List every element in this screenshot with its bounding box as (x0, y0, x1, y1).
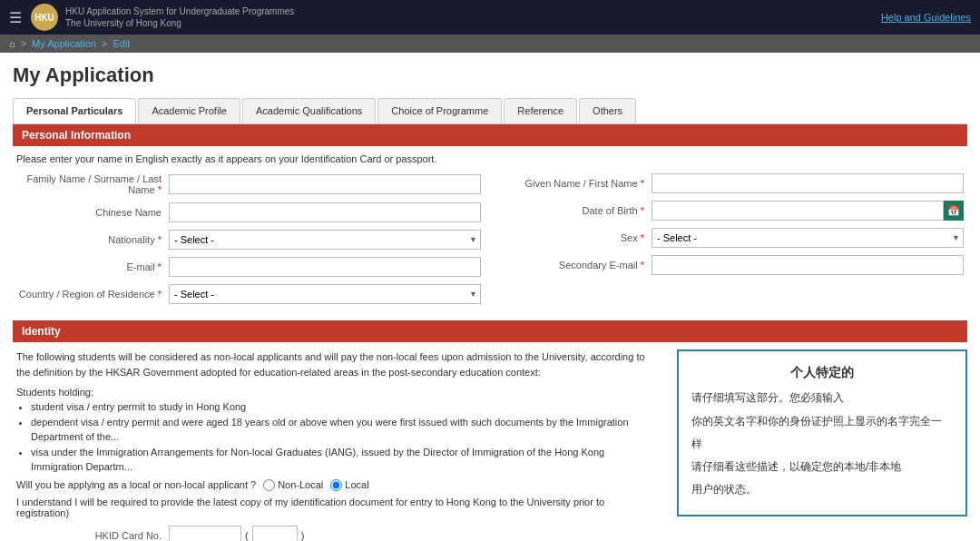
email-row: E-mail * (16, 257, 481, 277)
dob-input[interactable] (652, 201, 944, 221)
chinese-name-input[interactable] (169, 202, 481, 222)
hkid-label: HKID Card No. (16, 530, 162, 541)
nationality-select-wrap: - Select - ▼ (169, 230, 481, 250)
country-row: Country / Region of Residence * - Select… (16, 284, 481, 304)
personal-info-header: Personal Information (13, 124, 967, 146)
hkid-input-wrap: ( ) (169, 526, 304, 541)
email-input[interactable] (169, 257, 481, 277)
hkid-row: HKID Card No. ( ) (16, 526, 659, 541)
tooltip-title: 个人特定的 (691, 362, 953, 382)
personal-form-grid: Family Name / Surname / Last Name * Chin… (13, 173, 967, 311)
tab-personal-particulars[interactable]: Personal Particulars (13, 98, 136, 123)
breadcrumb: ⌂ > My Application > Edit (0, 34, 980, 53)
identity-right: 个人特定的 请仔细填写这部分。您必须输入 你的英文名字和你的身份证护照上显示的名… (677, 349, 967, 541)
family-name-label: Family Name / Surname / Last Name * (16, 173, 162, 195)
dob-wrap: 📅 (652, 201, 964, 221)
secondary-email-input[interactable] (652, 255, 964, 275)
breadcrumb-my-application[interactable]: My Application (32, 38, 96, 49)
tooltip-line3: 样 (691, 436, 953, 453)
breadcrumb-edit[interactable]: Edit (113, 38, 130, 49)
form-note: Please enter your name in English exactl… (13, 153, 967, 164)
help-guidelines-link[interactable]: Help and Guidelines (881, 12, 971, 23)
calendar-button[interactable]: 📅 (944, 201, 964, 221)
tooltip-line1: 请仔细填写这部分。您必须输入 (691, 389, 953, 407)
tab-reference[interactable]: Reference (504, 98, 577, 123)
tab-academic-profile[interactable]: Academic Profile (138, 98, 240, 123)
nationality-label: Nationality * (16, 234, 162, 245)
applicant-question: Will you be applying as a local or non-l… (16, 479, 256, 490)
dob-label: Date of Birth * (499, 205, 644, 216)
non-local-option[interactable]: Non-Local (263, 479, 323, 491)
nationality-row: Nationality * - Select - ▼ (16, 230, 481, 250)
tab-choice-of-programme[interactable]: Choice of Programme (377, 98, 502, 123)
top-bar: ☰ HKU HKU Application System for Undergr… (0, 0, 980, 34)
student-bullet-2: dependent visa / entry permit and were a… (31, 416, 659, 444)
tabs-bar: Personal Particulars Academic Profile Ac… (13, 98, 967, 124)
breadcrumb-home-icon[interactable]: ⌂ (9, 38, 15, 49)
identity-left: The following students will be considere… (13, 349, 662, 541)
page-title: My Application (13, 64, 967, 87)
identity-header: Identity (13, 320, 967, 342)
tooltip-line5: 用户的状态。 (691, 481, 953, 498)
student-bullet-1: student visa / entry permit to study in … (31, 400, 659, 414)
hku-logo: HKU (31, 4, 58, 31)
identity-layout: The following students will be considere… (13, 349, 967, 541)
secondary-email-row: Secondary E-mail * (499, 255, 964, 275)
country-label: Country / Region of Residence * (16, 289, 162, 300)
nationality-select[interactable]: - Select - (169, 230, 481, 250)
app-title: HKU Application System for Undergraduate… (65, 5, 294, 29)
student-bullet-3: visa under the Immigration Arrangements … (31, 446, 659, 474)
students-holding: Students holding: student visa / entry p… (13, 387, 662, 474)
hkid-main-input[interactable] (169, 526, 241, 541)
local-radio[interactable] (330, 479, 342, 491)
secondary-email-label: Secondary E-mail * (499, 260, 644, 270)
tab-academic-qualifications[interactable]: Academic Qualifications (242, 98, 376, 123)
local-option[interactable]: Local (330, 479, 368, 491)
dob-row: Date of Birth * 📅 (499, 201, 964, 221)
tooltip-line2: 你的英文名字和你的身份证护照上显示的名字完全一 (691, 413, 953, 430)
tab-others[interactable]: Others (579, 98, 636, 123)
id-section: HKID Card No. ( ) China Identity Card No… (13, 526, 662, 541)
menu-icon[interactable]: ☰ (9, 9, 22, 26)
chinese-name-label: Chinese Name (16, 207, 162, 218)
page-content: My Application Personal Particulars Acad… (0, 53, 980, 541)
understand-text: I understand I will be required to provi… (13, 497, 662, 518)
hkid-check-input[interactable] (252, 526, 298, 541)
identity-description: The following students will be considere… (13, 349, 662, 379)
chinese-name-row: Chinese Name (16, 202, 481, 222)
country-select[interactable]: - Select - (169, 284, 481, 304)
applicant-type-row: Will you be applying as a local or non-l… (13, 479, 662, 491)
sex-select-wrap: - Select - ▼ (652, 228, 964, 248)
sex-label: Sex * (499, 232, 644, 243)
country-select-wrap: - Select - ▼ (169, 284, 481, 304)
email-label: E-mail * (16, 261, 162, 272)
sex-select[interactable]: - Select - (652, 228, 964, 248)
given-name-input[interactable] (652, 173, 964, 193)
given-name-row: Given Name / First Name * (499, 173, 964, 193)
family-name-input[interactable] (169, 174, 481, 194)
sex-row: Sex * - Select - ▼ (499, 228, 964, 248)
family-name-row: Family Name / Surname / Last Name * (16, 173, 481, 195)
given-name-label: Given Name / First Name * (499, 178, 644, 189)
tooltip-line4: 请仔细看这些描述，以确定您的本地/非本地 (691, 458, 953, 476)
tooltip-box: 个人特定的 请仔细填写这部分。您必须输入 你的英文名字和你的身份证护照上显示的名… (677, 349, 967, 516)
non-local-radio[interactable] (263, 479, 275, 491)
